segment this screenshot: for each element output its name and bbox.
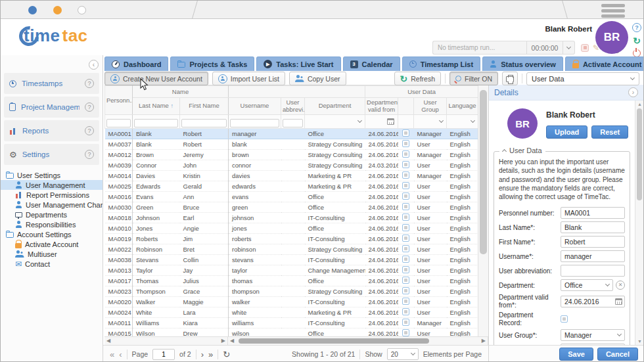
filter-last-name-input[interactable] — [134, 119, 178, 127]
record-icon[interactable] — [398, 192, 414, 202]
record-icon[interactable] — [398, 129, 414, 139]
traffic-light-orange[interactable] — [53, 6, 62, 14]
sidebar-module-reports[interactable]: Reports? — [4, 120, 99, 141]
help-icon[interactable]: ? — [632, 23, 641, 32]
tab-activate-account[interactable]: Activate Account — [565, 57, 644, 71]
filter-language-select[interactable] — [448, 121, 476, 122]
table-row[interactable]: MA0025EdwardsGeraldedwardsMarketing & PR… — [105, 181, 478, 192]
stop-timestamp-icon[interactable] — [581, 44, 589, 52]
record-icon[interactable] — [398, 307, 414, 318]
record-icon[interactable] — [398, 160, 414, 171]
sidebar-item-multiuser[interactable]: Multiuser — [1, 249, 103, 259]
table-horizontal-scrollbar[interactable]: ◀▶ ◀▶ — [104, 336, 488, 345]
reset-button[interactable]: Reset — [591, 125, 628, 139]
record-icon[interactable] — [398, 181, 414, 192]
record-icon[interactable] — [398, 255, 414, 265]
filter-user-group-select[interactable] — [415, 121, 445, 122]
record-icon[interactable] — [398, 276, 414, 286]
previous-page-icon[interactable]: ‹ — [119, 350, 122, 359]
table-row[interactable]: MA0039ConnorJohnconnorStrategy Consultin… — [105, 160, 478, 171]
traffic-light-blue[interactable] — [28, 6, 37, 14]
record-icon[interactable] — [398, 139, 414, 150]
table-row[interactable]: MA0022RobinsonBretrobinsonStrategy Consu… — [105, 244, 478, 255]
record-icon[interactable] — [398, 265, 414, 276]
refresh-button[interactable]: ↻ Refresh — [394, 72, 442, 85]
help-icon[interactable]: ? — [85, 126, 94, 135]
table-row[interactable]: MA0010JonesAngiejonesOffice24.06.2016Use… — [105, 223, 478, 234]
field-input[interactable] — [561, 265, 625, 277]
record-icon[interactable] — [398, 297, 414, 307]
field-input[interactable] — [561, 207, 625, 219]
filter-user-abbreviation-input[interactable] — [283, 119, 303, 127]
timestamp-dropdown-button[interactable] — [563, 41, 575, 55]
view-select[interactable]: User Data — [526, 72, 639, 85]
sidebar-item-activate-account[interactable]: Activate Account — [1, 239, 103, 249]
traffic-light-white[interactable] — [78, 6, 86, 14]
tab-calendar[interactable]: 3Calendar — [343, 57, 400, 71]
filter-valid-from-date[interactable] — [367, 118, 396, 125]
menu-icon[interactable] — [601, 4, 625, 20]
tab-dashboard[interactable]: Dashboard — [104, 57, 168, 71]
collapse-section-icon[interactable] — [502, 149, 507, 154]
sidebar-module-project-management[interactable]: Project Management? — [4, 97, 99, 118]
record-icon[interactable] — [398, 202, 414, 213]
record-icon[interactable] — [561, 315, 568, 323]
first-page-icon[interactable]: « — [110, 350, 114, 359]
sidebar-item-user-management[interactable]: User Management — [1, 180, 103, 190]
column-header-personnel[interactable]: Personn... — [105, 86, 133, 115]
table-row[interactable]: MA0019RobertsJimrobertsIT-Consulting24.0… — [105, 234, 478, 244]
table-row[interactable]: MA0020WalkerMaggiewalkerIT-Consulting24.… — [105, 297, 478, 307]
details-expand-button[interactable]: › — [628, 87, 638, 97]
page-number-input[interactable] — [152, 349, 175, 360]
table-row[interactable]: MA0012BrownJeremybrownStrategy Consultin… — [105, 150, 478, 160]
tab-tasks-live-start[interactable]: ▶Tasks: Live Start — [256, 57, 340, 71]
table-row[interactable]: MA0001BlankRobertmanagerOffice24.06.2016… — [105, 129, 478, 139]
table-row[interactable]: MA0013TaylorJaytaylorChange Management24… — [105, 265, 478, 276]
copy-user-button[interactable]: Copy User — [289, 72, 346, 85]
field-select[interactable]: Manager — [561, 329, 625, 341]
create-new-user-account-button[interactable]: Create New User Account — [104, 72, 208, 85]
last-page-icon[interactable]: » — [208, 350, 213, 359]
record-icon[interactable] — [398, 234, 414, 244]
record-icon[interactable] — [398, 328, 414, 337]
sidebar-module-settings[interactable]: ⚙Settings? — [4, 144, 99, 165]
cancel-button[interactable]: Cancel — [597, 348, 638, 361]
table-row[interactable]: MA0024WhiteLarawhiteMarketing & PR24.06.… — [105, 307, 478, 318]
record-icon[interactable] — [398, 171, 414, 181]
record-icon[interactable] — [398, 244, 414, 255]
table-row[interactable]: MA0011WilliamsKiarawilliamsIT-Consulting… — [105, 318, 478, 328]
help-icon[interactable]: ? — [85, 150, 94, 159]
table-vertical-scrollbar[interactable] — [478, 85, 488, 336]
table-row[interactable]: MA0014DaviesKristindaviesMarketing & PR2… — [105, 171, 478, 181]
sidebar-item-departments[interactable]: Departments — [1, 210, 103, 219]
table-row[interactable]: MA0018JohnsonEarljohnsonIT-Consulting24.… — [105, 213, 478, 223]
table-row[interactable]: MA0037BlankRobertblankStrategy Consultin… — [105, 139, 478, 150]
field-input[interactable] — [561, 250, 625, 262]
reload-table-icon[interactable]: ↻ — [223, 350, 230, 359]
record-icon[interactable] — [398, 213, 414, 223]
page-size-select[interactable]: 20 — [387, 348, 419, 360]
filter-on-button[interactable]: Filter ON — [449, 72, 498, 85]
column-header-last-name[interactable]: Last Name ↑ — [133, 98, 180, 115]
sidebar-module-timestamps[interactable]: Timestamps? — [4, 73, 99, 94]
sidebar-collapse-button[interactable]: ‹ — [89, 60, 99, 70]
details-scrollbar[interactable]: ▲ ▼ — [635, 101, 643, 345]
column-header-department[interactable]: Department — [305, 98, 365, 115]
column-header-username[interactable]: Username — [229, 98, 281, 115]
filter-username-input[interactable] — [230, 119, 279, 127]
user-avatar[interactable]: BR — [595, 21, 628, 54]
sidebar-item-account-settings[interactable]: Account Settings — [1, 229, 103, 239]
upload-button[interactable]: Upload — [546, 125, 587, 139]
calendar-icon[interactable] — [615, 298, 622, 305]
tab-timestamp-list[interactable]: Timestamp List — [402, 57, 481, 71]
table-row[interactable]: MA0023ThompsonGracethompsonStrategy Cons… — [105, 286, 478, 297]
filter-department-select[interactable] — [306, 121, 363, 122]
column-header-user-abbreviation[interactable]: User abbrevi... — [281, 98, 305, 115]
field-input[interactable] — [561, 236, 625, 248]
table-row[interactable]: MA0038StevansCollinstevansIT-Consulting2… — [105, 255, 478, 265]
column-header-department-valid-from[interactable]: Department valid from — [365, 98, 398, 115]
table-row[interactable]: MA0030GreenBrucegreenOffice24.06.2016Use… — [105, 202, 478, 213]
sidebar-item-user-settings[interactable]: User Settings — [1, 170, 103, 180]
column-header-first-name[interactable]: First Name — [180, 98, 229, 115]
sidebar-item-report-permissions[interactable]: Report Permissions — [1, 190, 103, 200]
